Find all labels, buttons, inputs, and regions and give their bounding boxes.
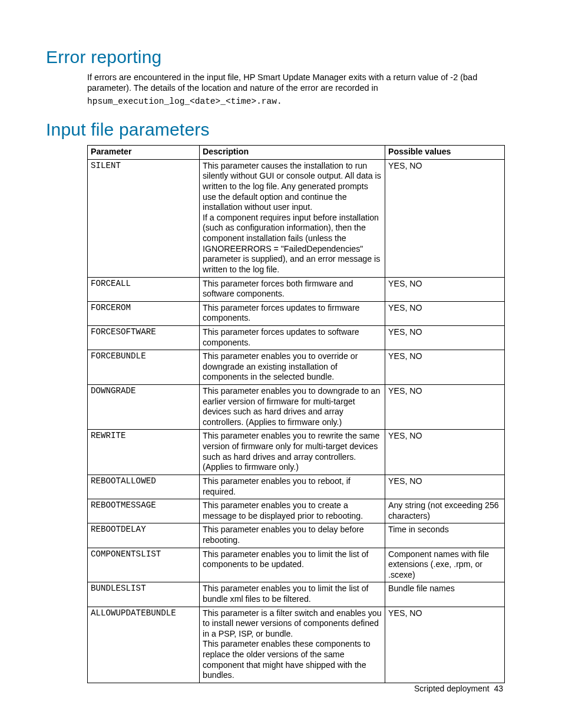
table-row: REWRITEThis parameter enables you to rew… (88, 430, 505, 475)
table-row: REBOOTALLOWEDThis parameter enables you … (88, 475, 505, 499)
param-description-text: This parameter forces updates to firmwar… (203, 303, 382, 324)
table-row: SILENTThis parameter causes the installa… (88, 159, 505, 277)
param-description-cell: This parameter is a filter switch and en… (200, 607, 385, 683)
param-description-text: This parameter forces updates to softwar… (203, 327, 382, 348)
table-row: BUNDLESLISTThis parameter enables you to… (88, 582, 505, 607)
param-name-cell: FORCEALL (88, 277, 200, 301)
param-description-text: If a component requires input before ins… (203, 213, 382, 275)
param-description-cell: This parameter forces both firmware and … (200, 277, 385, 301)
document-page: Error reporting If errors are encountere… (0, 0, 562, 728)
param-description-cell: This parameter enables you to delay befo… (200, 523, 385, 548)
param-values-cell: YES, NO (385, 385, 505, 430)
param-name-cell: FORCEBUNDLE (88, 350, 200, 385)
param-description-text: This parameter enables you to create a m… (203, 500, 382, 521)
param-values-cell: YES, NO (385, 350, 505, 385)
param-name-cell: REBOOTDELAY (88, 523, 200, 548)
table-row: REBOOTDELAYThis parameter enables you to… (88, 523, 505, 548)
param-name-cell: DOWNGRADE (88, 385, 200, 430)
param-description-text: This parameter enables you to limit the … (203, 549, 382, 570)
param-values-cell: YES, NO (385, 301, 505, 325)
param-description-cell: This parameter enables you to limit the … (200, 548, 385, 582)
param-description-cell: This parameter enables you to override o… (200, 350, 385, 385)
footer-text: Scripted deployment (414, 684, 490, 693)
param-values-cell: Time in seconds (385, 523, 505, 548)
param-description-text: This parameter enables you to downgrade … (203, 386, 382, 427)
param-values-cell: YES, NO (385, 475, 505, 499)
param-values-cell: YES, NO (385, 159, 505, 277)
param-name-cell: BUNDLESLIST (88, 582, 200, 607)
param-name-cell: REBOOTMESSAGE (88, 499, 200, 523)
table-row: FORCEALLThis parameter forces both firmw… (88, 277, 505, 301)
param-name-cell: COMPONENTSLIST (88, 548, 200, 582)
table-row: FORCEROMThis parameter forces updates to… (88, 301, 505, 325)
param-description-text: This parameter is a filter switch and en… (203, 608, 382, 640)
table-row: REBOOTMESSAGEThis parameter enables you … (88, 499, 505, 523)
param-values-cell: Component names with file extensions (.e… (385, 548, 505, 582)
param-values-cell: Bundle file names (385, 582, 505, 607)
footer-page-number: 43 (494, 684, 503, 693)
table-row: COMPONENTSLISTThis parameter enables you… (88, 548, 505, 582)
param-description-text: This parameter enables you to override o… (203, 351, 382, 383)
table-row: ALLOWUPDATEBUNDLEThis parameter is a fil… (88, 607, 505, 683)
param-name-cell: SILENT (88, 159, 200, 277)
param-description-cell: This parameter causes the installation t… (200, 159, 385, 277)
param-values-cell: YES, NO (385, 277, 505, 301)
param-name-cell: ALLOWUPDATEBUNDLE (88, 607, 200, 683)
table-row: FORCEBUNDLEThis parameter enables you to… (88, 350, 505, 385)
col-header-description: Description (200, 146, 385, 160)
param-values-cell: YES, NO (385, 607, 505, 683)
param-description-text: This parameter enables you to rewrite th… (203, 431, 382, 472)
error-reporting-paragraph: If errors are encountered in the input f… (87, 72, 504, 94)
param-description-cell: This parameter forces updates to softwar… (200, 325, 385, 350)
param-values-cell: YES, NO (385, 430, 505, 475)
param-description-cell: This parameter forces updates to firmwar… (200, 301, 385, 325)
error-reporting-text: If errors are encountered in the input f… (87, 73, 477, 93)
heading-input-file-parameters: Input file parameters (46, 118, 504, 141)
param-description-text: This parameter enables these components … (203, 639, 382, 680)
param-name-cell: REBOOTALLOWED (88, 475, 200, 499)
col-header-parameter: Parameter (88, 146, 200, 160)
parameters-table: Parameter Description Possible values SI… (87, 145, 505, 683)
param-values-cell: YES, NO (385, 325, 505, 350)
param-name-cell: FORCESOFTWARE (88, 325, 200, 350)
param-description-text: This parameter forces both firmware and … (203, 279, 382, 299)
param-values-cell: Any string (not exceeding 256 characters… (385, 499, 505, 523)
error-reporting-code: hpsum_execution_log_<date>_<time>.raw. (87, 96, 504, 107)
param-name-cell: REWRITE (88, 430, 200, 475)
param-description-cell: This parameter enables you to rewrite th… (200, 430, 385, 475)
col-header-possible-values: Possible values (385, 146, 505, 160)
param-description-text: This parameter enables you to reboot, if… (203, 476, 382, 497)
page-footer: Scripted deployment 43 (414, 684, 503, 694)
param-description-text: This parameter enables you to delay befo… (203, 525, 382, 545)
param-description-cell: This parameter enables you to create a m… (200, 499, 385, 523)
param-description-text: This parameter causes the installation t… (203, 161, 382, 213)
heading-error-reporting: Error reporting (46, 46, 504, 68)
table-header-row: Parameter Description Possible values (88, 146, 505, 160)
param-description-text: This parameter enables you to limit the … (203, 584, 382, 604)
table-row: FORCESOFTWAREThis parameter forces updat… (88, 325, 505, 350)
param-description-cell: This parameter enables you to downgrade … (200, 385, 385, 430)
param-description-cell: This parameter enables you to reboot, if… (200, 475, 385, 499)
table-row: DOWNGRADEThis parameter enables you to d… (88, 385, 505, 430)
param-description-cell: This parameter enables you to limit the … (200, 582, 385, 607)
param-name-cell: FORCEROM (88, 301, 200, 325)
